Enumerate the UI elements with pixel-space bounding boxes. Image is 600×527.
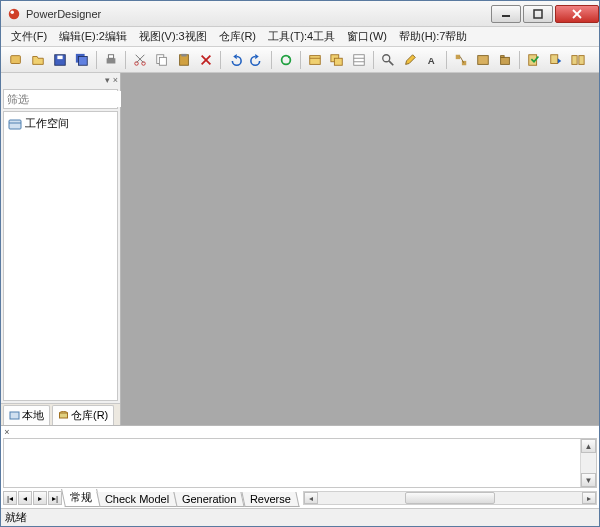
svg-rect-18 <box>159 57 166 65</box>
save-icon[interactable] <box>50 50 70 70</box>
svg-point-0 <box>9 8 20 19</box>
svg-rect-37 <box>478 55 489 64</box>
local-icon <box>9 410 20 421</box>
menu-window[interactable]: 窗口(W) <box>341 27 393 46</box>
window-title: PowerDesigner <box>26 8 489 20</box>
app-icon <box>7 7 21 21</box>
svg-rect-42 <box>572 55 577 64</box>
output-close-icon[interactable]: × <box>1 426 13 438</box>
tab-repository[interactable]: 仓库(R) <box>52 405 114 425</box>
minimize-button[interactable] <box>491 5 521 23</box>
windows-icon[interactable] <box>327 50 347 70</box>
svg-rect-20 <box>181 53 186 56</box>
find-icon[interactable] <box>378 50 398 70</box>
undo-icon[interactable] <box>225 50 245 70</box>
menu-tools[interactable]: 工具(T):4工具 <box>262 27 341 46</box>
output-panel: × ▲ ▼ |◂ ◂ ▸ ▸| 常规 Check Model Generatio… <box>1 426 599 508</box>
toolbar-separator <box>125 51 126 69</box>
svg-rect-10 <box>79 56 88 65</box>
close-button[interactable] <box>555 5 599 23</box>
new-icon[interactable] <box>6 50 26 70</box>
refresh-icon[interactable] <box>276 50 296 70</box>
tab-nav-last-icon[interactable]: ▸| <box>48 491 62 505</box>
tab-check-model[interactable]: Check Model <box>96 492 177 507</box>
toolbar-separator <box>519 51 520 69</box>
tab-general[interactable]: 常规 <box>61 489 101 507</box>
svg-rect-12 <box>108 54 113 58</box>
toolbar-separator <box>220 51 221 69</box>
menu-file[interactable]: 文件(F) <box>5 27 53 46</box>
copy-icon[interactable] <box>152 50 172 70</box>
svg-rect-41 <box>551 54 558 63</box>
tab-nav-next-icon[interactable]: ▸ <box>33 491 47 505</box>
tab-reverse[interactable]: Reverse <box>241 492 299 507</box>
output-text[interactable] <box>4 439 580 487</box>
redo-icon[interactable] <box>247 50 267 70</box>
generate-icon[interactable] <box>546 50 566 70</box>
object-tree[interactable]: 工作空间 <box>3 111 118 401</box>
browser-panel: ▾ × 工作空间 本地 仓库(R) <box>1 73 121 425</box>
filter-row <box>3 89 118 109</box>
scroll-right-icon[interactable]: ▸ <box>582 492 596 504</box>
diagram-canvas[interactable] <box>121 73 599 425</box>
menu-edit[interactable]: 编辑(E):2编辑 <box>53 27 133 46</box>
paste-icon[interactable] <box>174 50 194 70</box>
menu-view[interactable]: 视图(V):3视图 <box>133 27 213 46</box>
tab-generation[interactable]: Generation <box>174 492 246 507</box>
svg-rect-38 <box>501 57 510 64</box>
svg-rect-27 <box>334 58 342 65</box>
cut-icon[interactable] <box>130 50 150 70</box>
pin-icon[interactable]: ▾ × <box>105 75 118 85</box>
toolbar-separator <box>96 51 97 69</box>
svg-rect-3 <box>534 10 542 18</box>
scroll-left-icon[interactable]: ◂ <box>304 492 318 504</box>
save-all-icon[interactable] <box>72 50 92 70</box>
browser-tabs: 本地 仓库(R) <box>1 403 120 425</box>
package-icon[interactable] <box>495 50 515 70</box>
maximize-button[interactable] <box>523 5 553 23</box>
model-icon[interactable] <box>451 50 471 70</box>
tree-root-workspace[interactable]: 工作空间 <box>7 115 114 132</box>
svg-rect-49 <box>10 412 19 419</box>
svg-line-32 <box>389 60 393 64</box>
toolbar-separator <box>300 51 301 69</box>
window-icon[interactable] <box>305 50 325 70</box>
open-icon[interactable] <box>28 50 48 70</box>
svg-rect-47 <box>9 120 21 129</box>
text-icon[interactable]: A <box>422 50 442 70</box>
print-icon[interactable] <box>101 50 121 70</box>
svg-point-1 <box>11 10 15 14</box>
toolbar-separator <box>271 51 272 69</box>
edit-icon[interactable] <box>400 50 420 70</box>
svg-rect-8 <box>57 55 62 59</box>
tab-nav-prev-icon[interactable]: ◂ <box>18 491 32 505</box>
svg-rect-34 <box>456 54 460 58</box>
svg-rect-39 <box>501 55 505 57</box>
compare-icon[interactable] <box>568 50 588 70</box>
output-vscrollbar[interactable]: ▲ ▼ <box>580 439 596 487</box>
output-hscrollbar[interactable]: ◂ ▸ <box>303 491 597 505</box>
toolbar-separator <box>446 51 447 69</box>
tab-nav-first-icon[interactable]: |◂ <box>3 491 17 505</box>
menu-repository[interactable]: 仓库(R) <box>213 27 262 46</box>
svg-rect-28 <box>354 54 365 65</box>
toolbar: A <box>1 47 599 73</box>
check-icon[interactable] <box>524 50 544 70</box>
properties-icon[interactable] <box>349 50 369 70</box>
scroll-up-icon[interactable]: ▲ <box>581 439 596 453</box>
svg-rect-51 <box>60 413 68 418</box>
scroll-down-icon[interactable]: ▼ <box>581 473 596 487</box>
scroll-thumb[interactable] <box>405 492 495 504</box>
menu-help[interactable]: 帮助(H):7帮助 <box>393 27 473 46</box>
title-bar: PowerDesigner <box>1 1 599 27</box>
tree-root-label: 工作空间 <box>25 116 69 131</box>
workspace-icon <box>8 117 22 131</box>
diagram-icon[interactable] <box>473 50 493 70</box>
svg-rect-6 <box>11 55 21 63</box>
toolbar-separator <box>373 51 374 69</box>
svg-rect-24 <box>310 55 321 64</box>
delete-icon[interactable] <box>196 50 216 70</box>
svg-rect-43 <box>579 55 584 64</box>
tab-local[interactable]: 本地 <box>3 405 50 425</box>
status-bar: 就绪 <box>1 508 599 526</box>
